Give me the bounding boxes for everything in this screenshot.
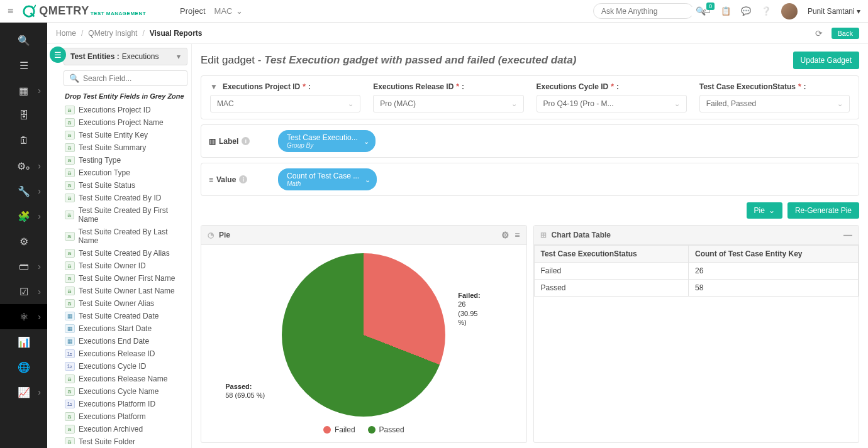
filter-cycle[interactable]: Pro Q4-19 (Pro - M...⌄ xyxy=(537,95,687,112)
nav-search[interactable]: 🔍 xyxy=(0,28,47,53)
nav-list[interactable]: ☰ xyxy=(0,53,47,78)
table-row: Failed26 xyxy=(534,263,859,280)
field-item[interactable]: 1₂Executions Release ID xyxy=(64,347,187,360)
field-item[interactable]: aᵢTest Suite Owner Last Name xyxy=(64,285,187,297)
field-label: Executions Cycle Name xyxy=(79,387,159,396)
field-item[interactable]: aᵢExecutions Project Name xyxy=(64,116,187,129)
nav-check[interactable]: ☑ xyxy=(0,279,47,304)
field-label: Executions Project ID xyxy=(79,106,151,114)
logo[interactable]: QMETRYTEST MANAGEMENT xyxy=(22,4,146,18)
field-item[interactable]: aᵢExecutions Platform xyxy=(64,410,187,423)
field-item[interactable]: aᵢTest Suite Owner First Name xyxy=(64,272,187,285)
hamburger-icon[interactable]: ≡ xyxy=(8,6,13,17)
txt-field-icon: aᵢ xyxy=(65,181,75,190)
project-dropdown[interactable]: MAC⌄ xyxy=(214,6,243,16)
nav-server[interactable]: 🗃 xyxy=(0,254,47,279)
info-icon[interactable]: i xyxy=(242,137,250,145)
field-item[interactable]: aᵢTest Suite Created By ID xyxy=(64,192,187,204)
nav-wrench[interactable]: 🔧 xyxy=(0,178,47,204)
entity-dropdown[interactable]: Test Entities : Executions ▾ xyxy=(64,48,187,65)
txt-field-icon: aᵢ xyxy=(65,274,75,283)
nav-settings[interactable]: ⚙ xyxy=(0,229,47,254)
crumb-home[interactable]: Home xyxy=(56,29,76,38)
field-label: Test Suite Status xyxy=(79,181,135,190)
help-icon[interactable]: ❔ xyxy=(761,6,771,16)
filter-status[interactable]: Failed, Passed⌄ xyxy=(699,95,850,112)
date-field-icon: ▦ xyxy=(65,337,75,346)
callout-passed: Passed:58 (69.05 %) xyxy=(225,382,265,400)
label-chip[interactable]: Test Case Executio... Group By ⌄ xyxy=(278,130,376,152)
chevron-down-icon: ⌄ xyxy=(236,6,243,16)
field-item[interactable]: aᵢExecutions Cycle Name xyxy=(64,385,187,398)
field-label: Executions Start Date xyxy=(79,324,152,333)
field-item[interactable]: aᵢTest Suite Status xyxy=(64,179,187,192)
field-item[interactable]: ▦Test Suite Created Date xyxy=(64,310,187,322)
txt-field-icon: aᵢ xyxy=(65,156,75,165)
regenerate-button[interactable]: Re-Generate Pie xyxy=(787,202,859,219)
legend-swatch-passed xyxy=(368,426,376,434)
avatar[interactable] xyxy=(781,3,798,19)
field-item[interactable]: aᵢTest Suite Owner Alias xyxy=(64,297,187,310)
field-search-input[interactable] xyxy=(83,74,182,83)
field-search[interactable]: 🔍 xyxy=(64,70,187,86)
user-menu[interactable]: Punit Samtani ▾ xyxy=(808,7,860,16)
nav-grid[interactable]: ▦ xyxy=(0,78,47,103)
field-item[interactable]: aᵢTest Suite Folder xyxy=(64,435,187,444)
info-icon[interactable]: i xyxy=(239,175,247,183)
field-item[interactable]: aᵢTest Suite Owner ID xyxy=(64,260,187,272)
field-item[interactable]: aᵢTest Suite Created By Alias xyxy=(64,247,187,260)
field-item[interactable]: 1₂Executions Platform ID xyxy=(64,398,187,410)
num-field-icon: 1₂ xyxy=(65,349,75,358)
txt-field-icon: aᵢ xyxy=(65,374,75,383)
panel-collapse-icon[interactable]: ☰ xyxy=(50,46,66,63)
field-item[interactable]: aᵢTest Suite Summary xyxy=(64,141,187,154)
chart-type-dropdown[interactable]: Pie⌄ xyxy=(747,202,782,219)
field-label: Executions Platform xyxy=(79,412,146,421)
nav-globe[interactable]: 🌐 xyxy=(0,354,47,380)
pie-panel: ◔ Pie ⚙ ≡ Failed:26 (30.95 %) xyxy=(201,225,527,443)
table-icon: ⊞ xyxy=(540,231,547,239)
update-gadget-button[interactable]: Update Gadget xyxy=(793,52,859,69)
field-item[interactable]: aᵢExecution Archived xyxy=(64,423,187,435)
gear-icon[interactable]: ⚙ xyxy=(501,230,509,240)
field-item[interactable]: aᵢExecutions Release Name xyxy=(64,373,187,385)
nav-reports[interactable]: ⚛ xyxy=(0,304,47,329)
num-field-icon: 1₂ xyxy=(65,400,75,408)
field-item[interactable]: ▦Executions End Date xyxy=(64,335,187,347)
field-item[interactable]: aᵢTest Suite Created By First Name xyxy=(64,204,187,226)
field-item[interactable]: aᵢTest Suite Created By Last Name xyxy=(64,226,187,247)
nav-bars[interactable]: 📈 xyxy=(0,380,47,405)
nav-calendar[interactable]: 🗓 xyxy=(0,128,47,153)
field-item[interactable]: aᵢExecution Type xyxy=(64,167,187,179)
value-axis-row: ≡Valuei Count of Test Case ... Math ⌄ xyxy=(201,163,859,196)
nav-archive[interactable]: 🗄 xyxy=(0,103,47,128)
chevron-down-icon: ⌄ xyxy=(769,206,775,215)
field-item[interactable]: 1₂Executions Cycle ID xyxy=(64,360,187,373)
filter-project[interactable]: MAC⌄ xyxy=(210,95,360,112)
field-item[interactable]: ▦Executions Start Date xyxy=(64,322,187,335)
field-item[interactable]: aᵢTest Suite Entity Key xyxy=(64,129,187,141)
search-icon: 🔍 xyxy=(69,74,79,83)
global-search[interactable]: 🔍 xyxy=(593,3,694,19)
minimize-icon[interactable]: — xyxy=(843,230,852,240)
refresh-icon[interactable]: ⟳ xyxy=(815,28,823,38)
label-axis-row: ▥Labeli Test Case Executio... Group By ⌄ xyxy=(201,124,859,158)
nav-gears[interactable]: ⚙ₒ xyxy=(0,153,47,178)
chat-icon[interactable]: 💬 xyxy=(741,6,751,16)
back-button[interactable]: Back xyxy=(832,28,859,39)
crumb-insight[interactable]: QMetry Insight xyxy=(88,29,137,38)
search-input[interactable] xyxy=(601,7,696,16)
filter-release[interactable]: Pro (MAC)⌄ xyxy=(373,95,523,112)
field-label: Test Suite Entity Key xyxy=(79,131,148,139)
notifications-icon[interactable]: 🏷0 xyxy=(703,6,711,16)
field-item[interactable]: aᵢExecutions Project ID xyxy=(64,104,187,116)
nav-dashboard[interactable]: 📊 xyxy=(0,329,47,354)
menu-icon[interactable]: ≡ xyxy=(515,230,520,240)
topbar: ≡ QMETRYTEST MANAGEMENT Project MAC⌄ 🔍 🏷… xyxy=(0,0,868,23)
legend: Failed Passed xyxy=(323,425,404,434)
nav-puzzle[interactable]: 🧩 xyxy=(0,204,47,229)
field-item[interactable]: aᵢTesting Type xyxy=(64,154,187,167)
value-chip[interactable]: Count of Test Case ... Math ⌄ xyxy=(278,168,377,190)
calendar-icon[interactable]: 📋 xyxy=(721,6,731,16)
txt-field-icon: aᵢ xyxy=(65,194,75,202)
